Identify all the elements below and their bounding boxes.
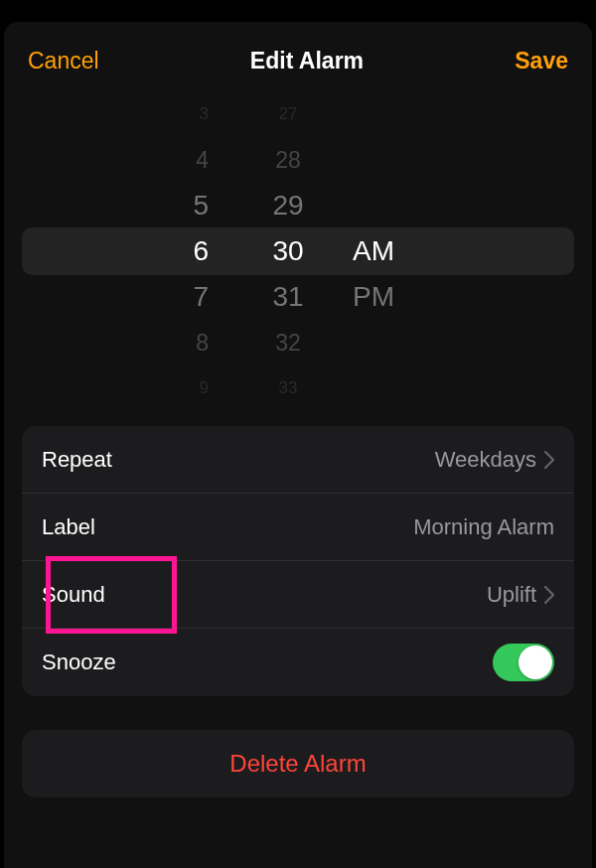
time-picker[interactable]: 3 4 5 6 7 8 9 27 28 29 30 31 32 33 - - - [4, 102, 592, 400]
label-value: Morning Alarm [413, 514, 554, 540]
snooze-toggle[interactable] [493, 644, 554, 681]
hour-option[interactable]: 3 [159, 102, 209, 137]
settings-list: Repeat Weekdays Label Morning Alarm Soun… [22, 426, 574, 696]
hour-option[interactable]: 5 [159, 183, 209, 228]
snooze-row: Snooze [22, 629, 574, 696]
ampm-wheel[interactable]: - - - AM PM - - [343, 102, 462, 400]
minute-option[interactable]: 28 [275, 137, 301, 183]
sound-row[interactable]: Sound Uplift [22, 561, 574, 629]
sound-value: Uplift [487, 582, 554, 608]
chevron-right-icon [544, 586, 554, 604]
chevron-right-icon [544, 451, 554, 469]
modal-title: Edit Alarm [250, 48, 364, 74]
save-button[interactable]: Save [515, 48, 568, 74]
label-row[interactable]: Label Morning Alarm [22, 494, 574, 561]
ampm-selected[interactable]: AM [353, 228, 394, 274]
hour-option[interactable]: 8 [159, 320, 209, 365]
snooze-label: Snooze [42, 650, 116, 675]
minute-selected[interactable]: 30 [272, 228, 303, 274]
sound-label: Sound [42, 582, 105, 608]
hour-wheel[interactable]: 3 4 5 6 7 8 9 [134, 102, 233, 400]
toggle-knob [519, 646, 552, 679]
hour-option[interactable]: 7 [159, 274, 209, 320]
minute-option[interactable]: 29 [272, 183, 303, 228]
minute-option[interactable]: 33 [279, 365, 298, 400]
repeat-row[interactable]: Repeat Weekdays [22, 426, 574, 494]
hour-option[interactable]: 4 [159, 137, 209, 183]
minute-option[interactable]: 31 [272, 274, 303, 320]
minute-option[interactable]: 27 [279, 102, 298, 137]
minute-wheel[interactable]: 27 28 29 30 31 32 33 [233, 102, 343, 400]
modal-header: Cancel Edit Alarm Save [4, 38, 592, 92]
minute-option[interactable]: 32 [275, 320, 301, 365]
hour-option[interactable]: 9 [159, 365, 209, 400]
delete-alarm-button[interactable]: Delete Alarm [22, 730, 574, 797]
cancel-button[interactable]: Cancel [28, 48, 99, 74]
label-label: Label [42, 514, 95, 540]
repeat-label: Repeat [42, 447, 112, 473]
repeat-value: Weekdays [435, 447, 554, 473]
edit-alarm-modal: Cancel Edit Alarm Save 3 4 5 6 7 8 9 27 … [4, 22, 592, 868]
ampm-option[interactable]: PM [353, 274, 394, 320]
hour-selected[interactable]: 6 [159, 228, 209, 274]
